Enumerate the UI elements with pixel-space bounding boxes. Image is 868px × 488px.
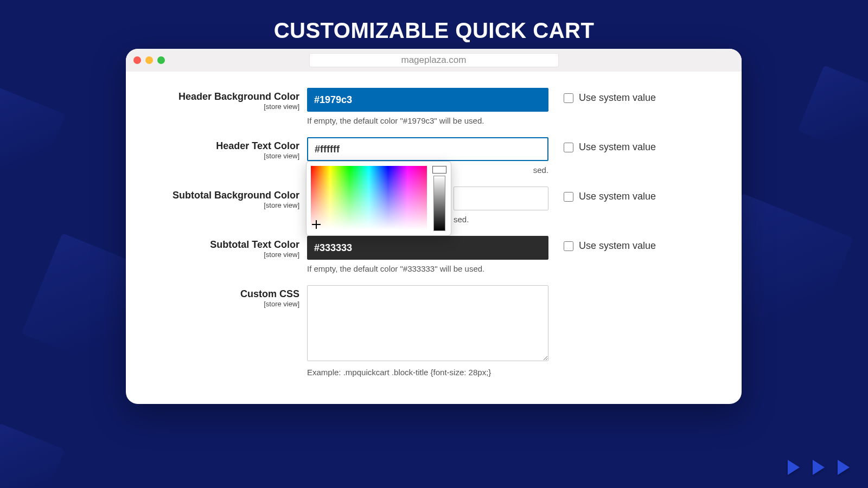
window-maximize-icon[interactable]: [157, 56, 165, 64]
arrow-icon: [838, 460, 850, 475]
current-color-swatch: [432, 166, 446, 174]
use-system-checkbox[interactable]: [564, 241, 573, 251]
field-scope: [store view]: [139, 251, 299, 259]
subtotal-bg-color-input[interactable]: [454, 187, 548, 210]
field-hint: If empty, the default color "#1979c3" wi…: [307, 116, 548, 125]
spectrum-cursor-icon: [312, 220, 321, 229]
decorative-cube: [797, 65, 868, 157]
field-hint: If empty, the default color "#333333" wi…: [307, 264, 548, 273]
window-close-icon[interactable]: [133, 56, 141, 64]
decorative-cube: [0, 86, 66, 185]
use-system-label: Use system value: [579, 240, 656, 252]
color-picker-popover: [306, 161, 451, 236]
field-scope: [store view]: [139, 201, 299, 209]
use-system-label: Use system value: [579, 92, 656, 104]
subtotal-text-color-input[interactable]: #333333: [307, 236, 548, 260]
browser-window: mageplaza.com Header Background Color [s…: [126, 49, 742, 404]
page-title: CUSTOMIZABLE QUICK CART: [0, 0, 868, 43]
use-system-checkbox[interactable]: [564, 143, 573, 152]
field-scope: [store view]: [139, 152, 299, 160]
field-custom-css: Custom CSS [store view] Example: .mpquic…: [139, 285, 729, 377]
address-bar[interactable]: mageplaza.com: [309, 53, 559, 67]
field-header-bg: Header Background Color [store view] #19…: [139, 88, 729, 125]
field-scope: [store view]: [139, 102, 299, 111]
header-text-color-input[interactable]: #ffffff: [307, 137, 548, 161]
use-system-label: Use system value: [579, 191, 656, 202]
field-scope: [store view]: [139, 300, 299, 308]
field-label: Custom CSS: [139, 288, 299, 300]
window-titlebar: mageplaza.com: [126, 49, 742, 72]
header-bg-color-input[interactable]: #1979c3: [307, 88, 548, 112]
field-hint: Example: .mpquickcart .block-title {font…: [307, 368, 548, 377]
field-hint-truncated: sed.: [454, 215, 548, 224]
field-label: Subtotal Text Color: [139, 239, 299, 251]
arrow-icon: [813, 460, 825, 475]
field-hint-truncated: sed.: [454, 165, 548, 175]
decorative-arrows: [788, 460, 850, 475]
custom-css-textarea[interactable]: [307, 285, 548, 361]
field-label: Header Text Color: [139, 140, 299, 152]
field-label: Subtotal Background Color: [139, 190, 299, 201]
field-label: Header Background Color: [139, 91, 299, 102]
field-subtotal-text: Subtotal Text Color [store view] #333333…: [139, 236, 729, 273]
use-system-label: Use system value: [579, 142, 656, 153]
lightness-slider[interactable]: [433, 176, 445, 231]
use-system-checkbox[interactable]: [564, 93, 573, 103]
settings-form: Header Background Color [store view] #19…: [126, 72, 742, 404]
window-minimize-icon[interactable]: [145, 56, 153, 64]
color-spectrum[interactable]: [311, 166, 427, 230]
arrow-icon: [788, 460, 800, 475]
use-system-checkbox[interactable]: [564, 192, 573, 202]
decorative-cube: [0, 423, 65, 488]
field-header-text: Header Text Color [store view] #ffffff s…: [139, 137, 729, 175]
